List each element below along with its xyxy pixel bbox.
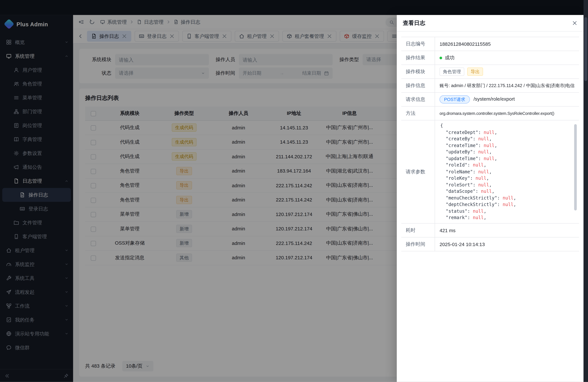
detail-row-params: 请求参数 { "createDept": null, "createBy": n… xyxy=(401,120,579,223)
log-detail-table: 日志编号 1882612840802115585 操作结果 成功 操作模块 角色… xyxy=(401,37,579,251)
detail-label: 方法 xyxy=(401,106,435,120)
post-method-tag: POST请求 xyxy=(440,95,470,104)
screen: Plus Admin 概览 系统管理 用户管理 角色管理 菜单管理 部门管理 岗… xyxy=(0,0,588,382)
detail-row-request: 请求信息 POST请求/system/role/export xyxy=(401,92,579,106)
drawer-title: 查看日志 xyxy=(403,20,425,27)
detail-row-info: 操作信息 账号: admin / 研发部门 / 222.175.114.242 … xyxy=(401,79,579,92)
drawer-header: 查看日志 xyxy=(397,15,583,32)
operation-info-value: 账号: admin / 研发部门 / 222.175.114.242 / 中国|… xyxy=(435,79,579,92)
drawer-body: 日志编号 1882612840802115585 操作结果 成功 操作模块 角色… xyxy=(397,32,583,257)
method-value: org.dromara.system.controller.system.Sys… xyxy=(435,106,579,120)
detail-row-method: 方法 org.dromara.system.controller.system.… xyxy=(401,106,579,120)
detail-label: 耗时 xyxy=(401,223,435,237)
detail-label: 请求参数 xyxy=(401,120,435,223)
detail-row-duration: 耗时 421 ms xyxy=(401,223,579,237)
detail-row-result: 操作结果 成功 xyxy=(401,51,579,65)
detail-row-time: 操作时间 2025-01-24 10:14:13 xyxy=(401,237,579,251)
request-url: /system/role/export xyxy=(474,96,515,102)
log-id-value: 1882612840802115585 xyxy=(435,37,579,51)
detail-row-log-id: 日志编号 1882612840802115585 xyxy=(401,37,579,51)
operation-time-value: 2025-01-24 10:14:13 xyxy=(435,237,579,251)
detail-label: 操作模块 xyxy=(401,65,435,79)
view-log-drawer: 查看日志 日志编号 1882612840802115585 操作结果 成功 操作… xyxy=(397,15,583,382)
detail-label: 操作时间 xyxy=(401,237,435,251)
detail-label: 操作信息 xyxy=(401,79,435,92)
operation-type-tag: 导出 xyxy=(467,67,483,76)
detail-label: 日志编号 xyxy=(401,37,435,51)
duration-value: 421 ms xyxy=(435,223,579,237)
close-icon[interactable] xyxy=(572,20,577,26)
page-scrollbar[interactable] xyxy=(584,0,588,382)
page-scrollbar-thumb[interactable] xyxy=(584,17,587,81)
module-tag: 角色管理 xyxy=(440,67,464,76)
detail-row-module: 操作模块 角色管理导出 xyxy=(401,65,579,79)
detail-label: 操作结果 xyxy=(401,51,435,65)
success-dot-icon xyxy=(440,57,442,59)
code-scrollbar-thumb[interactable] xyxy=(574,124,577,211)
result-value: 成功 xyxy=(445,55,455,60)
request-params-code[interactable]: { "createDept": null, "createBy": null, … xyxy=(440,123,578,221)
detail-label: 请求信息 xyxy=(401,92,435,106)
